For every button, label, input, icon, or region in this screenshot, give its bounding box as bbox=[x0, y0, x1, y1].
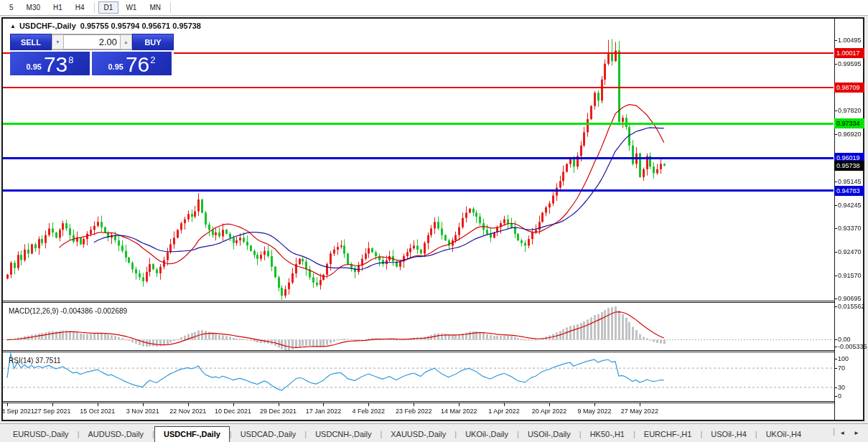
date-tick-label: 3 Nov 2021 bbox=[126, 408, 159, 415]
symbol-period-label: USDCHF-,Daily bbox=[19, 22, 76, 30]
price-tick-label: 0.92470 bbox=[838, 248, 862, 255]
price-tick-label: 1.00495 bbox=[838, 37, 862, 44]
date-tick-label: 22 Nov 2021 bbox=[169, 408, 206, 415]
indicator-axis-label: 30 bbox=[838, 384, 845, 391]
pane-divider[interactable] bbox=[1, 350, 834, 351]
level-line[interactable] bbox=[3, 123, 834, 125]
volume-stepper: ▼ 2.00 ▲ bbox=[52, 34, 132, 50]
price-tick-label: 0.96920 bbox=[838, 131, 862, 138]
volume-decrease-button[interactable]: ▼ bbox=[52, 34, 64, 50]
date-tick-label: 27 May 2022 bbox=[621, 408, 658, 415]
sell-price-pip: 8 bbox=[68, 55, 73, 65]
collapse-panel-icon[interactable]: ▲ bbox=[10, 23, 16, 29]
indicator-axis-label: 70 bbox=[838, 365, 845, 372]
trading-terminal: 5M30H1H4D1W1MN ▲USDCHF-,Daily0.95755 0.9… bbox=[0, 0, 868, 442]
price-badge: 0.98709 bbox=[834, 83, 864, 93]
price-badge: 1.00017 bbox=[834, 48, 864, 58]
sell-price-display[interactable]: 0.95738 bbox=[10, 52, 90, 75]
volume-input[interactable]: 2.00 bbox=[64, 34, 120, 50]
support-line[interactable] bbox=[3, 189, 834, 192]
price-tick-label: 0.99595 bbox=[838, 60, 862, 67]
chart-title: ▲USDCHF-,Daily0.95755 0.95794 0.95671 0.… bbox=[10, 22, 201, 30]
sell-button[interactable]: SELL bbox=[10, 34, 52, 50]
price-tick-label: 0.94245 bbox=[838, 202, 862, 209]
date-tick-label: 17 Jan 2022 bbox=[306, 408, 342, 415]
spin-down-icon: ▼ bbox=[55, 39, 60, 44]
date-tick-label: 9 May 2022 bbox=[577, 408, 611, 415]
macd-indicator-label: MACD(12,26,9) -0.004386 -0.002689 bbox=[9, 307, 127, 315]
price-tick-label: 0.95145 bbox=[838, 178, 862, 185]
price-badge: 0.94783 bbox=[834, 186, 864, 196]
pane-divider[interactable] bbox=[1, 403, 834, 403]
price-badge: 0.95738 bbox=[834, 161, 864, 171]
resistance-line[interactable] bbox=[3, 87, 834, 88]
buy-price-prefix: 0.95 bbox=[108, 62, 123, 71]
indicator-axis-label: 0.00 bbox=[838, 336, 851, 343]
price-tick-label: 0.90695 bbox=[838, 295, 862, 302]
date-tick-label: 1 Apr 2022 bbox=[488, 408, 520, 415]
buy-price-main: 76 bbox=[126, 55, 149, 74]
buy-price-display[interactable]: 0.95762 bbox=[92, 52, 172, 75]
price-tick-label: 0.91570 bbox=[838, 272, 862, 279]
one-click-trading-panel: SELL ▼ 2.00 ▲ BUY 0.95738 0.95762 bbox=[10, 34, 174, 75]
date-tick-label: 10 Dec 2021 bbox=[215, 408, 251, 415]
price-badge: 0.97334 bbox=[834, 118, 864, 128]
date-tick-label: 8 Sep 2021 bbox=[1, 408, 34, 415]
date-tick-label: 27 Sep 2021 bbox=[34, 408, 70, 415]
ohlc-values: 0.95755 0.95794 0.95671 0.95738 bbox=[80, 22, 201, 30]
date-tick-label: 20 Apr 2022 bbox=[532, 408, 567, 415]
price-tick-label: 0.97820 bbox=[838, 107, 862, 114]
buy-button[interactable]: BUY bbox=[132, 34, 174, 50]
indicator-axis-label: 100 bbox=[838, 355, 849, 362]
date-tick-label: 14 Mar 2022 bbox=[441, 408, 477, 415]
buy-price-pip: 2 bbox=[150, 55, 155, 65]
price-tick-label: 0.93370 bbox=[838, 225, 862, 232]
rsi-indicator-label: RSI(14) 37.7511 bbox=[9, 357, 61, 365]
support-line[interactable] bbox=[3, 157, 834, 159]
sell-price-prefix: 0.95 bbox=[26, 62, 41, 71]
indicator-axis-label: 0 bbox=[838, 392, 841, 400]
indicator-axis-label: -0.005335 bbox=[838, 343, 867, 350]
sell-price-main: 73 bbox=[44, 55, 67, 74]
date-tick-label: 23 Feb 2022 bbox=[396, 408, 432, 415]
date-tick-label: 15 Oct 2021 bbox=[80, 408, 115, 415]
pane-divider[interactable] bbox=[1, 302, 834, 303]
pane-divider[interactable] bbox=[1, 301, 834, 301]
price-scale-divider bbox=[834, 19, 835, 420]
volume-increase-button[interactable]: ▲ bbox=[120, 34, 132, 50]
pane-divider[interactable] bbox=[1, 401, 834, 402]
indicator-axis-label: 0.015562 bbox=[838, 303, 865, 310]
pane-divider[interactable] bbox=[1, 352, 834, 352]
spin-up-icon: ▲ bbox=[123, 39, 129, 44]
date-tick-label: 4 Feb 2022 bbox=[353, 408, 386, 415]
date-tick-label: 29 Dec 2021 bbox=[260, 408, 297, 415]
